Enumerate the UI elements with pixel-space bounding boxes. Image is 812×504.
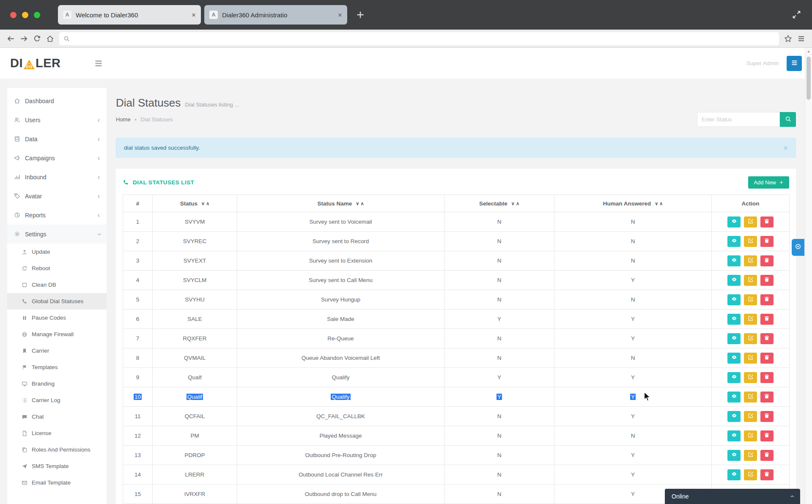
sidebar-item[interactable]: Dashboard [7,91,107,110]
edit-button[interactable] [744,353,757,364]
edit-button[interactable] [744,314,757,325]
delete-button[interactable] [760,469,774,480]
view-button[interactable] [727,255,741,266]
delete-button[interactable] [760,275,774,286]
new-tab-button[interactable] [356,10,365,19]
sidebar-subitem[interactable]: Reboot [7,260,107,277]
sort-asc-icon[interactable]: ∧ [206,201,209,206]
sidebar-subitem[interactable]: SMS Template [7,458,107,474]
delete-button[interactable] [760,314,774,325]
browser-tab-welcome[interactable]: A Welcome to Dialer360 × [58,5,201,25]
column-header[interactable]: Action ∨ ∧ [712,195,790,212]
column-header[interactable]: Status ∨ ∧ [153,195,237,212]
delete-button[interactable] [760,450,774,461]
edit-button[interactable] [744,236,757,247]
column-header[interactable]: Status Name ∨ ∧ [237,195,444,212]
column-header[interactable]: Selectable ∨ ∧ [444,195,554,212]
edit-button[interactable] [744,216,757,227]
edit-button[interactable] [744,372,757,383]
sidebar-item[interactable]: Campaigns ‹ [7,148,107,167]
edit-button[interactable] [744,275,757,286]
close-window-button[interactable] [10,12,16,18]
scrollbar[interactable]: ▲ [805,48,812,504]
scrollbar-thumb[interactable] [807,57,811,100]
column-header[interactable]: Human Answered ∨ ∧ [554,195,712,212]
edit-button[interactable] [744,450,757,461]
delete-button[interactable] [760,333,774,344]
edit-button[interactable] [744,294,757,305]
sort-asc-icon[interactable]: ∧ [659,201,663,206]
delete-button[interactable] [760,216,774,227]
view-button[interactable] [727,450,741,461]
column-header[interactable]: # ∨ ∧ [123,195,153,212]
online-status-bar[interactable]: Online ‹ [665,489,800,504]
back-button[interactable] [7,35,15,43]
sidebar-subitem[interactable]: Chat [7,408,107,425]
tab-close-icon[interactable]: × [192,11,196,19]
add-new-button[interactable]: Add New [748,176,789,189]
edit-button[interactable] [744,411,757,422]
view-button[interactable] [727,333,741,344]
view-button[interactable] [727,314,741,325]
sidebar-subitem[interactable]: Update [7,244,107,260]
reload-button[interactable] [33,35,41,43]
view-button[interactable] [727,216,741,227]
minimize-window-button[interactable] [22,12,28,18]
sidebar-subitem[interactable]: Manage Firewall [7,326,107,342]
sort-desc-icon[interactable]: ∨ [511,201,515,206]
sort-desc-icon[interactable]: ∨ [356,201,359,206]
edit-button[interactable] [744,430,757,441]
sidebar-item[interactable]: Data ‹ [7,129,107,148]
address-bar[interactable] [59,32,779,45]
sidebar-item[interactable]: Reports ‹ [7,205,107,225]
breadcrumb-home-link[interactable]: Home [116,116,131,123]
sidebar-subitem[interactable]: License [7,425,107,441]
delete-button[interactable] [760,392,774,403]
edit-button[interactable] [744,255,757,266]
view-button[interactable] [727,236,741,247]
delete-button[interactable] [760,353,774,364]
support-widget-tab[interactable] [792,239,804,256]
view-button[interactable] [727,294,741,305]
sort-desc-icon[interactable]: ∨ [201,201,205,206]
fullscreen-icon[interactable] [792,10,801,19]
sidebar-subitem[interactable]: Carrier [7,342,107,359]
delete-button[interactable] [760,294,774,305]
scroll-up-arrow[interactable]: ▲ [805,48,812,55]
bookmark-star-icon[interactable] [784,35,792,43]
view-button[interactable] [727,430,741,441]
sidebar-subitem[interactable]: Clean DB [7,277,107,293]
status-search-button[interactable] [780,112,796,127]
sidebar-subitem[interactable]: Roles And Permissions [7,441,107,458]
edit-button[interactable] [744,333,757,344]
sort-asc-icon[interactable]: ∧ [360,201,364,206]
sidebar-item[interactable]: Inbound ‹ [7,167,107,186]
view-button[interactable] [727,469,741,480]
forward-button[interactable] [20,35,28,43]
view-button[interactable] [727,372,741,383]
edit-button[interactable] [744,392,757,403]
sidebar-item[interactable]: Avatar ‹ [7,186,107,205]
status-search-input[interactable] [697,112,780,127]
alert-close-icon[interactable]: × [783,144,788,152]
sidebar-toggle-icon[interactable] [94,59,103,68]
browser-tab-administration[interactable]: A Dialer360 Administratio × [204,5,347,25]
view-button[interactable] [727,392,741,403]
delete-button[interactable] [760,430,774,441]
browser-home-button[interactable] [46,35,54,43]
delete-button[interactable] [760,411,774,422]
sidebar-subitem[interactable]: Templates [7,359,107,375]
maximize-window-button[interactable] [34,12,40,18]
chevron-up-icon[interactable]: ‹ [791,493,793,500]
sidebar-subitem[interactable]: Email Template [7,474,107,491]
view-button[interactable] [727,353,741,364]
address-input[interactable] [73,35,775,42]
delete-button[interactable] [760,236,774,247]
view-button[interactable] [727,275,741,286]
sort-asc-icon[interactable]: ∧ [516,201,519,206]
sidebar-subitem[interactable]: Branding [7,375,107,392]
sidebar-item[interactable]: Users ‹ [7,110,107,129]
sidebar-subitem[interactable]: Carrier Log [7,392,107,408]
view-button[interactable] [727,411,741,422]
sort-desc-icon[interactable]: ∨ [655,201,658,206]
